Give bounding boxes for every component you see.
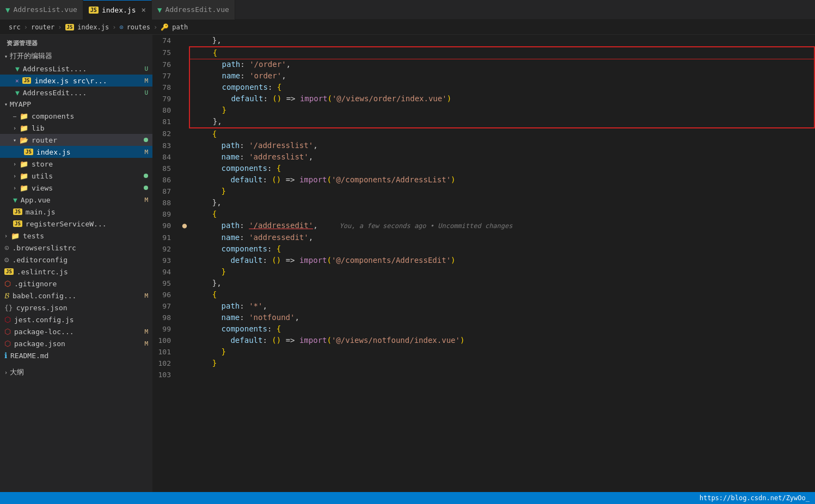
line-indicator [180,116,189,128]
sidebar-item-browserslistrc[interactable]: ⊙ .browserslistrc [0,242,152,254]
sidebar-title: 资源管理器 [0,35,152,50]
sidebar-item-appvue[interactable]: ▼ App.vue M [0,194,152,206]
close-icon[interactable]: × [142,5,146,14]
chevron-right-icon: › [4,233,8,239]
table-row: 99 components: { [152,323,814,335]
sidebar-item-utils[interactable]: › 📁 utils [0,170,152,182]
table-row: 75 { [152,47,814,59]
line-indicator [180,140,189,151]
sidebar-item-eslintrc[interactable]: JS .eslintrc.js [0,266,152,278]
open-editor-addressedit[interactable]: ▼ AddressEdit.... U [0,87,152,99]
gitlens-indicator-icon: ● [182,221,187,230]
line-indicator [180,105,189,116]
babel-icon: 𝓑 [4,291,9,300]
line-number: 78 [152,82,180,93]
sidebar-item-lib[interactable]: › 📁 lib [0,122,152,134]
vue-icon: ▼ [157,5,162,14]
tab-index-js[interactable]: JS index.js × [83,0,152,20]
table-row: 81 }, [152,116,814,128]
line-number: 93 [152,255,180,266]
jest-icon: ⬡ [4,315,11,324]
item-label: package-loc... [14,328,74,336]
sidebar-item-babelconfig[interactable]: 𝓑 babel.config... M [0,290,152,302]
sidebar-item-router-index[interactable]: JS index.js M [0,146,152,158]
folder-icon: 📁 [11,232,20,240]
project-name-label: MYAPP [10,100,31,108]
close-icon[interactable]: ✕ [15,77,19,84]
item-label: package.json [14,340,65,348]
table-row: 98 name: 'notfound', [152,312,814,323]
file-label: AddressEdit.... [23,89,87,97]
table-row: 102 } [152,358,814,369]
sidebar-item-store[interactable]: › 📁 store [0,158,152,170]
line-code: name: 'addressedit', [189,232,814,243]
vue-icon: ▼ [5,5,10,14]
bc-src[interactable]: src [9,23,21,31]
bc-routes[interactable]: routes [127,23,150,31]
sidebar-item-tests[interactable]: › 📁 tests [0,230,152,242]
item-label: registerServiceW... [26,220,107,228]
editor-area[interactable]: 74 }, 75 { 76 path: '/order', [152,35,815,492]
bc-indexjs[interactable]: index.js [77,23,109,31]
line-indicator [180,197,189,208]
sidebar-item-mainjs[interactable]: JS main.js [0,206,152,218]
line-code: components: { [189,323,814,335]
line-code: default: () => import('@/views/notfound/… [189,335,814,346]
line-code: components: { [189,82,814,93]
sidebar-item-rsw[interactable]: JS registerServiceW... [0,218,152,230]
item-label: babel.config... [13,292,76,300]
line-code: } [189,346,814,358]
sidebar-item-router[interactable]: ▾ 📂 router [0,134,152,146]
line-number: 103 [152,369,180,380]
sidebar-item-views[interactable]: › 📁 views [0,182,152,194]
sidebar-item-cypress[interactable]: {} cypress.json [0,302,152,314]
line-number: 84 [152,151,180,163]
line-code: } [189,266,814,278]
line-number: 89 [152,208,180,220]
table-row: 76 path: '/order', [152,59,814,70]
sidebar-item-packagejson[interactable]: ⬡ package.json M [0,337,152,349]
js-icon: JS [89,7,99,14]
open-editor-indexjs[interactable]: ✕ JS index.js src\r... M [0,75,152,87]
item-label: index.js [36,148,71,156]
outline-header[interactable]: › 大纲 [0,366,152,379]
code-table: 74 }, 75 { 76 path: '/order', [152,35,815,380]
bc-router[interactable]: router [31,23,54,31]
table-row: 96 { [152,289,814,300]
open-editor-addresslist[interactable]: ▼ AddressList.... U [0,63,152,75]
badge-modified: M [144,292,148,299]
vue-icon: ▼ [13,196,17,204]
line-code: } [189,186,814,197]
js-icon: JS [13,208,22,216]
line-number: 81 [152,116,180,128]
line-code: { [189,128,814,140]
line-number: 85 [152,163,180,174]
tab-addressedit[interactable]: ▼ AddressEdit.vue [152,0,235,20]
bc-path[interactable]: path [172,23,188,31]
js-badge-icon: JS [65,24,75,30]
table-row: 83 path: '/addresslist', [152,140,814,151]
sidebar-item-components[interactable]: — 📁 components [0,110,152,122]
chevron-right-icon: › [13,125,16,131]
sidebar-item-packageloc[interactable]: ⬡ package-loc... M [0,325,152,337]
tab-addresslist[interactable]: ▼ AddressList.vue [0,0,83,20]
vue-icon: ▼ [15,65,20,73]
line-indicator [180,243,189,255]
git-icon: ⬡ [4,279,11,288]
project-header[interactable]: ▾ MYAPP [0,99,152,110]
item-label: .browserslistrc [12,244,76,252]
line-number: 95 [152,278,180,289]
open-editors-header[interactable]: ▾ 打开的编辑器 [0,50,152,63]
folder-icon: 📁 [20,184,28,192]
js-icon: JS [24,149,33,156]
modified-dot-icon [144,186,148,190]
bc-routes-icon: ⊙ [119,23,123,31]
table-row: 79 default: () => import('@/views/order/… [152,93,814,105]
line-code: }, [189,278,814,289]
sidebar-item-editorconfig[interactable]: ⚙ .editorconfig [0,254,152,266]
sidebar-item-jestconfig[interactable]: ⬡ jest.config.js [0,314,152,325]
sidebar-item-gitignore[interactable]: ⬡ .gitignore [0,278,152,290]
outline-label: 大纲 [10,367,24,377]
sidebar-item-readme[interactable]: ℹ README.md [0,349,152,361]
line-number: 91 [152,232,180,243]
